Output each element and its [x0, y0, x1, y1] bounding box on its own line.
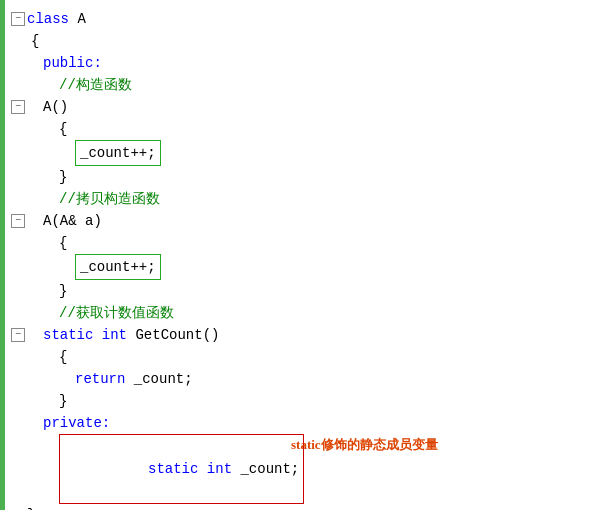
- kw-int: int: [102, 324, 136, 346]
- class-close: };: [27, 504, 44, 510]
- class-name: A: [77, 8, 85, 30]
- brace-open-3: {: [59, 232, 67, 254]
- code-line-10: − A(A& a): [11, 210, 599, 232]
- count-var: _count;: [240, 461, 299, 477]
- fold-btn-5[interactable]: −: [11, 100, 25, 114]
- copy-constructor: A(A& a): [43, 210, 102, 232]
- code-line-14: //获取计数值函数: [11, 302, 599, 324]
- fold-btn-10[interactable]: −: [11, 214, 25, 228]
- code-line-19: private:: [11, 412, 599, 434]
- code-line-20: static int _count; static修饰的静态成员变量: [11, 434, 599, 504]
- static-count-declaration: static int _count;: [59, 434, 304, 504]
- brace-open: {: [27, 30, 39, 52]
- code-line-12: _count++;: [11, 254, 599, 280]
- return-value: _count;: [134, 368, 193, 390]
- brace-close-2: }: [59, 280, 67, 302]
- code-line-3: public:: [11, 52, 599, 74]
- comment-1: //构造函数: [59, 74, 132, 96]
- kw-int-2: int: [207, 461, 241, 477]
- comment-3: //获取计数值函数: [59, 302, 174, 324]
- code-line-7: _count++;: [11, 140, 599, 166]
- code-line-13: }: [11, 280, 599, 302]
- count-increment-1: _count++;: [75, 140, 161, 166]
- count-increment-2: _count++;: [75, 254, 161, 280]
- brace-close-1: }: [59, 166, 67, 188]
- annotation-text: static修饰的静态成员变量: [291, 434, 579, 456]
- kw-public: public:: [43, 52, 102, 74]
- code-line-9: //拷贝构造函数: [11, 188, 599, 210]
- code-line-1: − class A: [11, 8, 599, 30]
- code-line-16: {: [11, 346, 599, 368]
- code-line-8: }: [11, 166, 599, 188]
- brace-open-4: {: [59, 346, 67, 368]
- fold-btn-15[interactable]: −: [11, 328, 25, 342]
- kw-private: private:: [43, 412, 110, 434]
- code-line-17: return _count;: [11, 368, 599, 390]
- kw-static: static: [43, 324, 102, 346]
- code-line-18: }: [11, 390, 599, 412]
- code-line-21: };: [11, 504, 599, 510]
- constructor-1: A(): [43, 96, 68, 118]
- comment-2: //拷贝构造函数: [59, 188, 160, 210]
- kw-return: return: [75, 368, 134, 390]
- brace-open-2: {: [59, 118, 67, 140]
- code-line-2: {: [11, 30, 599, 52]
- code-panel: − class A { public: //构造函数: [5, 0, 603, 510]
- code-line-15: − static int GetCount(): [11, 324, 599, 346]
- code-line-6: {: [11, 118, 599, 140]
- brace-close-3: }: [59, 390, 67, 412]
- code-line-5: − A(): [11, 96, 599, 118]
- main-container: − class A { public: //构造函数: [0, 0, 603, 510]
- get-count-func: GetCount(): [135, 324, 219, 346]
- fold-btn-1[interactable]: −: [11, 12, 25, 26]
- code-line-11: {: [11, 232, 599, 254]
- code-line-4: //构造函数: [11, 74, 599, 96]
- kw-class: class: [27, 8, 77, 30]
- code-wrapper: − class A { public: //构造函数: [0, 0, 603, 510]
- kw-static-2: static: [148, 461, 207, 477]
